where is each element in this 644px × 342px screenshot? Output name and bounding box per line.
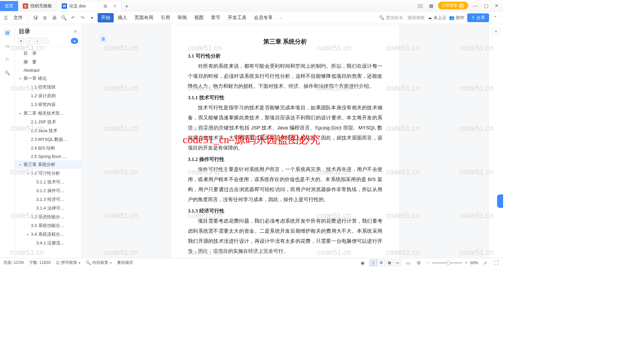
outline-item-15[interactable]: 3.1.1 技术可… [15, 178, 82, 186]
ribbon-menus: 开始插入页面布局引用审阅视图章节开发工具会员专享 [98, 13, 276, 22]
gear-icon[interactable]: ⚙ [415, 259, 423, 267]
document-canvas[interactable]: 🗎 第三章 系统分析 3.1 可行性分析 对所有的系统来说，都有可能会受到时间和… [82, 24, 488, 258]
outline-item-8[interactable]: 2.1 JSP 技术 [15, 118, 82, 126]
ribbon-menu-0[interactable]: 开始 [98, 13, 114, 22]
outline-panel: 目录 ✕ ▾ ▫ ＋ － ● 目 录摘 要Abstract▾第一章 绪论1.1 … [15, 24, 82, 258]
outline-item-12[interactable]: 2.5 Spring Boot … [15, 153, 82, 160]
ribbon-menu-5[interactable]: 视图 [191, 13, 207, 22]
outline-level-icon[interactable]: ▫ [26, 38, 32, 44]
ribbon-menu-3[interactable]: 引用 [157, 13, 173, 22]
maximize-button[interactable]: ▢ [482, 2, 490, 9]
file-menu[interactable]: 文件 [11, 13, 25, 22]
view-page-icon[interactable]: ▯ [370, 260, 377, 266]
search-command-input[interactable]: 🔍查找命令、搜索模板 [379, 15, 425, 21]
menu-icon[interactable]: ☰ [2, 14, 9, 21]
minimize-button[interactable]: — [472, 2, 479, 9]
collapse-ribbon-icon[interactable]: ⌃ [492, 14, 499, 21]
page-margin-button[interactable]: 🗎 [99, 35, 107, 43]
outline-item-7[interactable]: ▾第二章 相关技术简… [15, 109, 82, 118]
close-tab-icon[interactable]: ✕ [113, 4, 117, 9]
tab-popup-icon[interactable]: ⧉ [102, 2, 109, 10]
save-icon[interactable]: 🖫 [32, 14, 39, 21]
share-button[interactable]: ⇧分享 [467, 13, 489, 22]
undo-icon[interactable]: ↶ [69, 14, 77, 21]
outline-item-19[interactable]: 3.2 系统性能分… [15, 213, 82, 221]
outline-shrink-icon[interactable]: － [42, 38, 48, 44]
cloud-status[interactable]: ☁未上云 [428, 15, 446, 21]
ribbon-menu-8[interactable]: 会员专享 [251, 13, 276, 22]
page-status[interactable]: 页面: 12/34 [3, 260, 24, 266]
outline-item-21[interactable]: ▾3.4 系统流程分… [15, 230, 82, 239]
outline-rail-icon[interactable]: ▤ [4, 29, 11, 36]
qa-dropdown-icon[interactable]: ▾ [88, 14, 96, 21]
right-panel-toggle-icon[interactable]: ≡ [491, 27, 501, 35]
separator [28, 14, 29, 21]
zoom-slider[interactable] [432, 262, 462, 264]
tab-template[interactable]: D找稻壳模板 [18, 1, 57, 11]
outline-item-11[interactable]: 2.4 B/S 结构 [15, 144, 82, 153]
zoom-in-button[interactable]: ＋ [464, 260, 468, 266]
new-tab-button[interactable]: ＋ [122, 1, 132, 11]
outline-item-9[interactable]: 2.2 Java 技术 [15, 126, 82, 135]
view-outline-icon[interactable]: ≣ [378, 260, 385, 266]
spellcheck-button[interactable]: ☑拼写检查▾ [56, 260, 80, 266]
apps-icon[interactable]: ▦ [427, 2, 435, 9]
outline-item-1[interactable]: 摘 要 [15, 58, 82, 66]
close-outline-icon[interactable]: ✕ [73, 29, 77, 34]
quick-access: ☰ 文件 🖫 🗎 🖶 🔍 ↶ ↷ ▾ [2, 13, 96, 22]
fullscreen-icon[interactable]: ⛶ [492, 259, 500, 267]
outline-item-3[interactable]: ▾第一章 绪论 [15, 74, 82, 83]
outline-item-13[interactable]: ▾第三章 系统分析 [15, 160, 82, 169]
tab-document-label: 论文.doc [69, 3, 86, 9]
outline-item-17[interactable]: 3.1.3 经济可… [15, 195, 82, 204]
outline-item-0[interactable]: 目 录 [15, 49, 82, 58]
redo-icon[interactable]: ↷ [79, 14, 86, 21]
outline-item-6[interactable]: 1.3 研究内容 [15, 100, 82, 109]
save-as-icon[interactable]: 🗎 [41, 14, 49, 21]
outline-expand-icon[interactable]: ＋ [34, 38, 40, 44]
outline-item-22[interactable]: 3.4.1 注册流… [15, 239, 82, 247]
print-preview-icon[interactable]: 🔍 [60, 14, 67, 21]
ribbon-menu-6[interactable]: 章节 [208, 13, 224, 22]
right-slide-tab[interactable] [497, 194, 503, 208]
outline-list[interactable]: 目 录摘 要Abstract▾第一章 绪论1.1 研究现状1.2 设计原则1.3… [15, 47, 82, 258]
ribbon-menu-7[interactable]: 开发工具 [224, 13, 250, 22]
zoom-control: － ＋ 80% [426, 260, 478, 266]
ribbon-menu-2[interactable]: 页面布局 [131, 13, 157, 22]
login-button[interactable]: 立即登录 [438, 2, 468, 9]
collab-button[interactable]: 👥协作 [449, 15, 465, 21]
eye-mode-icon[interactable]: ◉ [359, 259, 366, 267]
search-rail-icon[interactable]: 🔍 [4, 69, 11, 76]
para-3-1-2: 操作可行性主要是针对系统用户而言，一个系统再完美，技术再先进，用户不去使用，或者… [188, 164, 382, 205]
outline-item-4[interactable]: 1.1 研究现状 [15, 83, 82, 92]
outline-collapse-icon[interactable]: ▾ [18, 38, 24, 44]
tab-home[interactable]: 首页 [0, 1, 18, 11]
close-window-button[interactable]: ✕ [493, 2, 500, 9]
fit-width-icon[interactable]: ▭ [405, 259, 412, 267]
bookmark-rail-icon[interactable]: ⚐ [4, 56, 11, 63]
expand-icon[interactable]: ⤢ [482, 259, 489, 267]
outline-item-14[interactable]: ▾3.1 可行性分析 [15, 169, 82, 178]
view-read-icon[interactable]: ▭ [394, 260, 401, 266]
print-icon[interactable]: 🖶 [51, 14, 58, 21]
menu-more-icon[interactable]: › [277, 14, 285, 21]
zoom-value[interactable]: 80% [470, 261, 478, 265]
zoom-out-button[interactable]: － [426, 260, 430, 266]
word-count[interactable]: 字数: 11603 [29, 260, 51, 266]
view-web-icon[interactable]: ▦ [386, 260, 393, 266]
outline-item-2[interactable]: Abstract [15, 66, 82, 74]
compat-mode[interactable]: 兼容模式 [117, 260, 133, 266]
outline-person-icon[interactable]: ● [71, 38, 78, 44]
layout-mode-icon[interactable]: ▯▯ [417, 2, 424, 9]
tab-document[interactable]: W 论文.doc ⧉ ✕ [57, 1, 122, 11]
outline-item-16[interactable]: 3.1.2 操作可… [15, 186, 82, 195]
outline-item-20[interactable]: 3.3 系统功能分… [15, 221, 82, 230]
outline-item-5[interactable]: 1.2 设计原则 [15, 92, 82, 100]
ribbon-menu-1[interactable]: 插入 [114, 13, 130, 22]
outline-item-18[interactable]: 3.1.4 法律可… [15, 204, 82, 213]
ribbon-right: 🔍查找命令、搜索模板 ☁未上云 👥协作 ⇧分享 ⌃ [379, 13, 501, 22]
outline-item-10[interactable]: 2.3 MYSQL 数据… [15, 135, 82, 144]
content-check-button[interactable]: 🔍内容检查▾ [86, 260, 112, 266]
tag-rail-icon[interactable]: ▭ [4, 42, 11, 50]
ribbon-menu-4[interactable]: 审阅 [174, 13, 190, 22]
